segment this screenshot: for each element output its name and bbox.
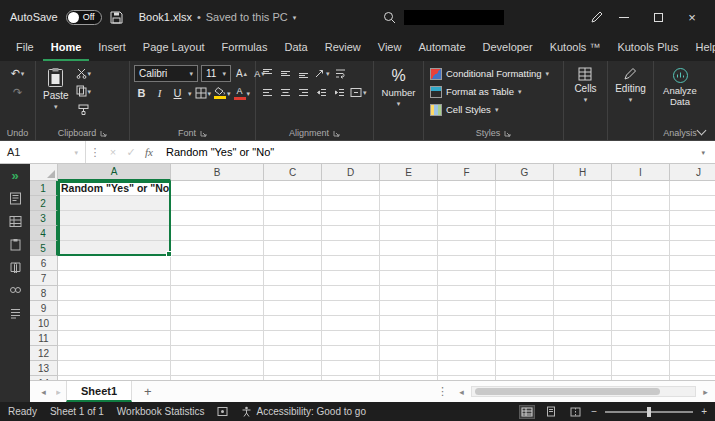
more-options-icon[interactable]: ⋮ <box>86 146 104 159</box>
cell-I12[interactable] <box>612 346 670 361</box>
cell-D11[interactable] <box>322 331 380 346</box>
cell-D13[interactable] <box>322 361 380 376</box>
align-right-icon[interactable] <box>296 84 311 100</box>
row-header-8[interactable]: 8 <box>30 286 58 301</box>
tab-kutools[interactable]: Kutools ™ <box>542 34 609 61</box>
tab-file[interactable]: File <box>8 34 42 61</box>
cell-G11[interactable] <box>496 331 554 346</box>
cell-C6[interactable] <box>264 256 322 271</box>
undo-button[interactable]: ↶▾ <box>10 65 25 81</box>
cell-J4[interactable] <box>670 226 715 241</box>
cell-F1[interactable] <box>438 181 496 196</box>
row-header-14[interactable]: 14 <box>30 376 58 380</box>
resource-library-icon[interactable] <box>9 261 22 274</box>
italic-button[interactable]: I <box>152 85 167 101</box>
cell-G2[interactable] <box>496 196 554 211</box>
scrollbar-thumb[interactable] <box>475 388 660 395</box>
cell-A9[interactable] <box>58 301 171 316</box>
align-center-icon[interactable] <box>278 84 293 100</box>
cell-I10[interactable] <box>612 316 670 331</box>
wrap-text-button[interactable] <box>333 65 348 81</box>
row-header-2[interactable]: 2 <box>30 196 58 211</box>
cell-J7[interactable] <box>670 271 715 286</box>
sheet-tab-sheet1[interactable]: Sheet1 <box>66 381 132 402</box>
align-bottom-icon[interactable] <box>296 65 311 81</box>
workbook-statistics[interactable]: Workbook Statistics <box>117 406 205 417</box>
cell-E10[interactable] <box>380 316 438 331</box>
fill-color-button[interactable]: ▾ <box>214 85 231 101</box>
cell-I13[interactable] <box>612 361 670 376</box>
tab-review[interactable]: Review <box>317 34 369 61</box>
cell-E2[interactable] <box>380 196 438 211</box>
tab-data[interactable]: Data <box>276 34 315 61</box>
cell-H6[interactable] <box>554 256 612 271</box>
column-header-E[interactable]: E <box>380 164 438 181</box>
cell-D2[interactable] <box>322 196 380 211</box>
expand-formula-bar-icon[interactable]: ▾ <box>701 149 705 156</box>
tab-insert[interactable]: Insert <box>90 34 134 61</box>
cell-F10[interactable] <box>438 316 496 331</box>
zoom-out-button[interactable]: − <box>591 406 597 417</box>
cell-J6[interactable] <box>670 256 715 271</box>
cell-D10[interactable] <box>322 316 380 331</box>
cell-E13[interactable] <box>380 361 438 376</box>
cell-A2[interactable] <box>58 196 171 211</box>
cell-B1[interactable] <box>171 181 264 196</box>
column-header-C[interactable]: C <box>264 164 322 181</box>
accessibility-status[interactable]: Accessibility: Good to go <box>241 406 366 417</box>
minimize-button[interactable] <box>611 0 637 34</box>
cell-D9[interactable] <box>322 301 380 316</box>
cell-I3[interactable] <box>612 211 670 226</box>
cell-I6[interactable] <box>612 256 670 271</box>
pen-icon[interactable] <box>590 11 603 24</box>
font-dialog-launcher[interactable] <box>200 130 207 137</box>
cell-J9[interactable] <box>670 301 715 316</box>
cell-D1[interactable] <box>322 181 380 196</box>
zoom-slider-thumb[interactable] <box>647 407 651 417</box>
row-header-12[interactable]: 12 <box>30 346 58 361</box>
cell-H7[interactable] <box>554 271 612 286</box>
analyze-data-button[interactable]: Analyze Data <box>658 65 702 110</box>
page-break-view-button[interactable] <box>567 405 583 419</box>
cell-E14[interactable] <box>380 376 438 380</box>
cell-B14[interactable] <box>171 376 264 380</box>
cell-I8[interactable] <box>612 286 670 301</box>
cell-B4[interactable] <box>171 226 264 241</box>
row-header-13[interactable]: 13 <box>30 361 58 376</box>
merge-center-button[interactable]: ▾ <box>350 84 367 100</box>
search-icon[interactable] <box>383 11 396 24</box>
cell-B10[interactable] <box>171 316 264 331</box>
cell-J8[interactable] <box>670 286 715 301</box>
cell-C3[interactable] <box>264 211 322 226</box>
previous-sheet-icon[interactable]: ◂ <box>36 387 51 397</box>
cell-J10[interactable] <box>670 316 715 331</box>
cell-E5[interactable] <box>380 241 438 256</box>
cell-C4[interactable] <box>264 226 322 241</box>
name-box[interactable]: A1 ▾ <box>0 141 86 163</box>
cell-F7[interactable] <box>438 271 496 286</box>
cell-A7[interactable] <box>58 271 171 286</box>
cell-D4[interactable] <box>322 226 380 241</box>
cells-button[interactable]: Cells ▾ <box>571 65 599 105</box>
conditional-formatting-button[interactable]: Conditional Formatting ▾ <box>428 65 551 82</box>
cell-E3[interactable] <box>380 211 438 226</box>
format-as-table-button[interactable]: Format as Table ▾ <box>428 83 523 100</box>
scroll-left-icon[interactable]: ◂ <box>454 387 469 397</box>
cell-H1[interactable] <box>554 181 612 196</box>
decrease-indent-icon[interactable] <box>314 84 329 100</box>
cell-H12[interactable] <box>554 346 612 361</box>
redo-button[interactable]: ↷ <box>10 84 25 100</box>
cut-button[interactable]: ▾ <box>76 65 92 81</box>
font-color-button[interactable]: A ▾ <box>234 85 251 101</box>
cell-G8[interactable] <box>496 286 554 301</box>
editing-button[interactable]: Editing ▾ <box>612 65 649 105</box>
cell-C11[interactable] <box>264 331 322 346</box>
sheet-count[interactable]: Sheet 1 of 1 <box>50 406 104 417</box>
expand-pane-icon[interactable]: » <box>11 169 18 182</box>
cell-F8[interactable] <box>438 286 496 301</box>
column-header-I[interactable]: I <box>612 164 670 181</box>
cell-G13[interactable] <box>496 361 554 376</box>
cell-H2[interactable] <box>554 196 612 211</box>
row-header-4[interactable]: 4 <box>30 226 58 241</box>
cell-A11[interactable] <box>58 331 171 346</box>
